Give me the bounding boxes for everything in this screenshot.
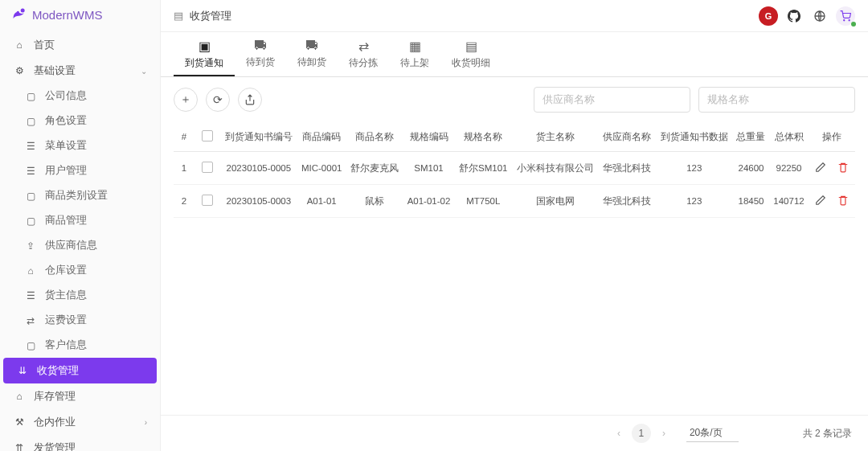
cell-check: [194, 152, 220, 185]
export-button[interactable]: [238, 88, 262, 112]
refresh-button[interactable]: ⟳: [206, 88, 230, 112]
sidebar-item-goods[interactable]: ▢商品管理: [0, 208, 160, 233]
cell-supplier: 华强北科技: [599, 152, 656, 185]
cell-spec-name: 舒尔SM101: [455, 152, 512, 185]
svg-point-4: [849, 19, 850, 20]
cell-owner: 国家电网: [512, 185, 599, 218]
col-asn-no: 到货通知书编号: [220, 122, 297, 152]
receiving-icon: ⇊: [16, 364, 29, 377]
svg-point-0: [21, 9, 25, 13]
sidebar-item-home[interactable]: ⌂首页: [0, 32, 160, 58]
add-button[interactable]: ＋: [174, 88, 198, 112]
delivery-icon: ⇈: [13, 441, 26, 451]
sort-icon: ⇄: [358, 39, 369, 54]
topbar: ▤ 收货管理 G: [161, 0, 868, 32]
col-volume: 总体积: [769, 122, 808, 152]
cell-spec-code: SM101: [403, 152, 454, 185]
sidebar-item-customer[interactable]: ▢客户信息: [0, 333, 160, 358]
asn-table: # 到货通知书编号 商品编码 商品名称 规格编码 规格名称 货主名称 供应商名称…: [174, 122, 855, 218]
row-checkbox[interactable]: [202, 162, 213, 173]
sidebar-item-inhouse[interactable]: ⚒仓内作业›: [0, 409, 160, 435]
cell-asn-no: 20230105-0003: [220, 185, 297, 218]
tab-pending-sort[interactable]: ⇄待分拣: [338, 32, 389, 76]
github-icon[interactable]: [784, 6, 804, 26]
cell-asn-qty: 123: [656, 185, 733, 218]
notice-icon: ▣: [199, 39, 211, 54]
cell-goods-code: A01-01: [297, 185, 346, 218]
shelve-icon: ▦: [409, 39, 421, 54]
user-icon: ☰: [24, 165, 37, 178]
page-prev-button[interactable]: ‹: [609, 424, 628, 443]
supplier-search-input[interactable]: [534, 87, 690, 113]
tab-pending-shelve[interactable]: ▦待上架: [389, 32, 440, 76]
edit-icon[interactable]: [813, 162, 829, 173]
tab-pending-unload[interactable]: ⛟待卸货: [286, 32, 338, 76]
col-asn-qty: 到货通知书数据: [656, 122, 733, 152]
edit-icon[interactable]: [813, 195, 829, 206]
svg-point-1: [17, 11, 19, 14]
supplier-icon: ⇪: [24, 240, 37, 252]
menu-icon: ☰: [24, 140, 37, 153]
toolbar: ＋ ⟳: [161, 77, 868, 122]
cell-owner: 小米科技有限公司: [512, 152, 599, 185]
sidebar-item-stock[interactable]: ⌂库存管理: [0, 383, 160, 409]
chevron-right-icon: ›: [145, 418, 147, 427]
cell-goods-name: 鼠标: [346, 185, 403, 218]
col-goods-name: 商品名称: [346, 122, 403, 152]
language-icon[interactable]: [810, 6, 829, 26]
table-header: # 到货通知书编号 商品编码 商品名称 规格编码 规格名称 货主名称 供应商名称…: [174, 122, 855, 152]
total-suffix: 条记录: [823, 427, 852, 441]
delete-icon[interactable]: [835, 162, 851, 173]
row-checkbox[interactable]: [202, 195, 213, 206]
sidebar-item-role[interactable]: ▢角色设置: [0, 109, 160, 133]
col-action: 操作: [809, 122, 855, 152]
table-row: 220230105-0003A01-01鼠标A01-01-02MT750L国家电…: [174, 185, 855, 218]
sidebar-item-receiving[interactable]: ⇊收货管理: [3, 358, 157, 383]
sidebar-item-supplier[interactable]: ⇪供应商信息: [0, 233, 160, 258]
col-weight: 总重量: [733, 122, 770, 152]
warehouse-icon: ⌂: [24, 264, 37, 277]
delete-icon[interactable]: [835, 195, 851, 206]
sidebar-item-base[interactable]: ⚙基础设置⌄: [0, 58, 160, 84]
cell-idx: 2: [174, 185, 194, 218]
cell-action: [809, 185, 855, 218]
main-content: ▤ 收货管理 G ▣到货通知 ⛟待到货 ⛟待卸货 ⇄待分拣 ▦待上架 ▤收货明细…: [161, 0, 868, 451]
sidebar-item-owner[interactable]: ☰货主信息: [0, 283, 160, 308]
tab-asn-notice[interactable]: ▣到货通知: [174, 32, 235, 76]
cart-icon[interactable]: [836, 6, 855, 26]
page-current[interactable]: 1: [632, 424, 651, 443]
gitee-icon[interactable]: G: [759, 6, 778, 26]
tabs: ▣到货通知 ⛟待到货 ⛟待卸货 ⇄待分拣 ▦待上架 ▤收货明细: [161, 32, 868, 77]
cell-action: [809, 152, 855, 185]
col-supplier: 供应商名称: [599, 122, 656, 152]
sidebar-item-menu[interactable]: ☰菜单设置: [0, 133, 160, 158]
cell-weight: 24600: [733, 152, 770, 185]
brand-name: ModernWMS: [32, 8, 103, 22]
cell-goods-name: 舒尔麦克风: [346, 152, 403, 185]
page-next-button[interactable]: ›: [654, 424, 674, 443]
goods-icon: ▢: [24, 215, 37, 228]
col-spec-name: 规格名称: [455, 122, 512, 152]
pagination-bar: ‹ 1 › 20条/页 共 2 条记录: [161, 415, 868, 451]
checkbox-all[interactable]: [202, 130, 213, 141]
sidebar: ModernWMS ⌂首页 ⚙基础设置⌄ ▢公司信息 ▢角色设置 ☰菜单设置 ☰…: [0, 0, 161, 451]
sidebar-item-freight[interactable]: ⇄运费设置: [0, 308, 160, 333]
building-icon: ▢: [24, 90, 37, 103]
sidebar-item-warehouse[interactable]: ⌂仓库设置: [0, 258, 160, 283]
cell-spec-name: MT750L: [455, 185, 512, 218]
sidebar-item-company[interactable]: ▢公司信息: [0, 84, 160, 109]
col-idx: #: [174, 122, 194, 152]
sidebar-item-category[interactable]: ▢商品类别设置: [0, 183, 160, 208]
tab-receive-detail[interactable]: ▤收货明细: [440, 32, 502, 76]
sidebar-item-user[interactable]: ☰用户管理: [0, 158, 160, 183]
cell-supplier: 华强北科技: [599, 185, 656, 218]
cell-spec-code: A01-01-02: [403, 185, 454, 218]
home-icon: ⌂: [13, 39, 26, 51]
unload-icon: ⛟: [305, 39, 318, 53]
logo: ModernWMS: [0, 0, 160, 29]
tab-pending-arrive[interactable]: ⛟待到货: [235, 32, 286, 76]
customer-icon: ▢: [24, 339, 37, 352]
sidebar-item-delivery[interactable]: ⇈发货管理: [0, 435, 160, 451]
page-size-select[interactable]: 20条/页: [686, 424, 739, 442]
spec-search-input[interactable]: [698, 87, 855, 113]
